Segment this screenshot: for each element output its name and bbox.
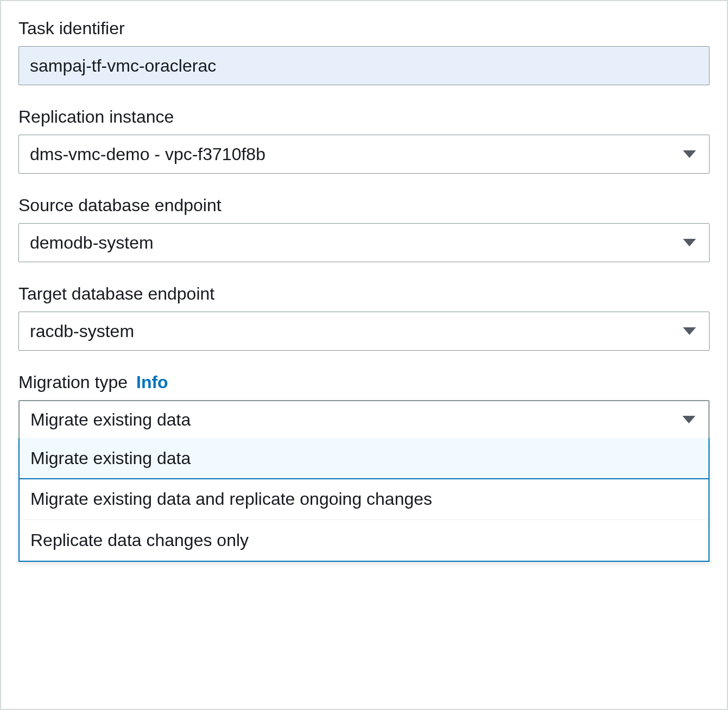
caret-down-icon [683,150,696,158]
migration-type-dropdown: Migrate existing data Migrate existing d… [18,438,710,562]
replication-instance-group: Replication instance dms-vmc-demo - vpc-… [18,107,710,174]
source-endpoint-label: Source database endpoint [18,195,221,215]
task-identifier-label: Task identifier [18,18,125,39]
task-identifier-input[interactable] [18,46,710,85]
source-endpoint-group: Source database endpoint demodb-system [18,195,710,262]
target-endpoint-select[interactable]: racdb-system [18,312,710,351]
migration-type-info-link[interactable]: Info [136,372,168,392]
replication-instance-value: dms-vmc-demo - vpc-f3710f8b [30,144,265,164]
target-endpoint-label: Target database endpoint [18,284,214,304]
migration-type-label: Migration type [18,372,128,392]
replication-instance-select[interactable]: dms-vmc-demo - vpc-f3710f8b [18,135,710,174]
source-endpoint-value: demodb-system [30,233,154,253]
task-configuration-panel: Task identifier Replication instance dms… [0,0,728,710]
migration-type-option[interactable]: Migrate existing data [18,438,710,479]
task-identifier-group: Task identifier [18,18,710,85]
target-endpoint-value: racdb-system [30,321,134,341]
caret-down-icon [683,327,696,335]
migration-type-option[interactable]: Migrate existing data and replicate ongo… [20,478,708,519]
migration-type-value: Migrate existing data [30,410,191,430]
caret-down-icon [683,239,696,246]
replication-instance-label: Replication instance [18,107,174,127]
source-endpoint-select[interactable]: demodb-system [18,223,710,262]
migration-type-option[interactable]: Replicate data changes only [20,519,708,561]
migration-type-group: Migration type Info Migrate existing dat… [18,372,710,562]
caret-down-icon [682,416,695,423]
migration-type-select[interactable]: Migrate existing data [18,400,710,439]
target-endpoint-group: Target database endpoint racdb-system [18,284,710,351]
